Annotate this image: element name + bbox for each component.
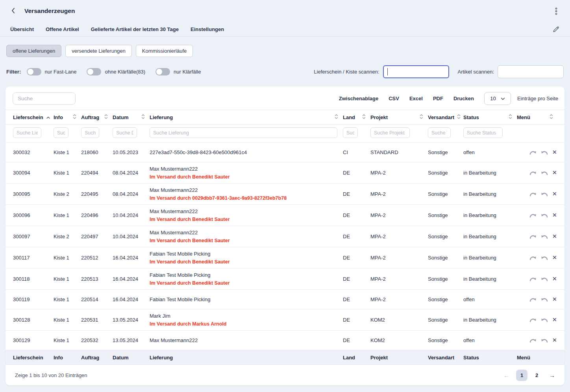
segment-versendete-lieferungen[interactable]: versendete Lieferungen — [65, 45, 132, 57]
redo-icon[interactable] — [529, 150, 537, 155]
column-header-projekt[interactable]: Projekt — [370, 114, 428, 120]
filter-input-lieferung[interactable] — [150, 127, 337, 138]
filter-cell-auftrag — [81, 127, 113, 138]
arrow-left-icon[interactable]: ← — [503, 372, 509, 379]
redo-icon[interactable] — [529, 191, 537, 197]
undo-icon[interactable] — [541, 338, 548, 343]
sort-asc-icon — [46, 114, 50, 120]
kebab-menu-icon[interactable] — [553, 6, 560, 17]
undo-icon[interactable] — [541, 255, 548, 260]
close-icon[interactable]: ✕ — [552, 212, 557, 218]
nav-tab-übersicht[interactable]: Übersicht — [10, 26, 34, 32]
lieferung-cell: Max Mustermann222Im Versand durch Benedi… — [150, 166, 343, 180]
export-button-excel[interactable]: Excel — [409, 96, 423, 101]
undo-icon[interactable] — [541, 213, 548, 218]
auftrag-cell: 220494 — [81, 170, 113, 176]
close-icon[interactable]: ✕ — [552, 149, 557, 155]
table-row: 300129Kiste 122053213.05.2024Max Musterm… — [6, 331, 564, 350]
undo-icon[interactable] — [541, 234, 548, 239]
redo-icon[interactable] — [529, 234, 537, 239]
column-header-versandart[interactable]: Versandart — [428, 114, 463, 120]
redo-icon[interactable] — [529, 170, 537, 175]
page-button-2[interactable]: 2 — [531, 370, 542, 381]
table-row: 300097Kiste 222049710.04.2024Max Musterm… — [6, 226, 564, 247]
column-header-auftrag[interactable]: Auftrag — [81, 114, 113, 120]
column-header-status[interactable]: Status — [463, 114, 517, 120]
filter-input-versandart[interactable] — [428, 127, 451, 138]
search-input[interactable] — [13, 92, 76, 105]
redo-icon[interactable] — [529, 297, 537, 302]
filter-input-auftrag[interactable] — [81, 127, 99, 138]
column-header-menü[interactable]: Menü — [517, 114, 558, 120]
redo-icon[interactable] — [529, 213, 537, 218]
export-button-zwischenablage[interactable]: Zwischenablage — [339, 96, 378, 101]
info-cell: Kiste 1 — [54, 317, 81, 323]
close-icon[interactable]: ✕ — [552, 234, 557, 239]
segment-offene-lieferungen[interactable]: offene Lieferungen — [6, 45, 61, 57]
redo-icon[interactable] — [529, 276, 537, 282]
undo-icon[interactable] — [541, 191, 548, 197]
projekt-cell: KOM2 — [370, 337, 428, 343]
column-header-lieferung[interactable]: Lieferung — [150, 114, 343, 120]
topbar: Versanderzeugen — [0, 0, 570, 22]
column-header-info[interactable]: Info — [54, 114, 81, 120]
export-button-pdf[interactable]: PDF — [433, 96, 443, 101]
nav-tab-gelieferte-artikel-der-letzten-30-tage[interactable]: Gelieferte Artikel der letzten 30 Tage — [91, 26, 179, 32]
scan-article-input[interactable] — [498, 65, 564, 78]
lieferung-name: Mark Jim — [150, 313, 343, 319]
lieferung-cell: Fabian Test Mobile Picking — [150, 296, 343, 303]
close-icon[interactable]: ✕ — [552, 191, 557, 197]
status-cell: in Bearbeitung — [463, 317, 517, 323]
undo-icon[interactable] — [541, 150, 548, 155]
redo-icon[interactable] — [529, 255, 537, 260]
filter-input-lieferschein[interactable] — [13, 127, 41, 138]
redo-icon[interactable] — [529, 338, 537, 343]
toggle-switch-ohne-klärfälle-83[interactable] — [87, 68, 101, 75]
undo-icon[interactable] — [541, 276, 548, 282]
datum-cell: 08.04.2024 — [113, 170, 150, 176]
toggle-knob — [87, 69, 93, 75]
export-button-csv[interactable]: CSV — [389, 96, 399, 101]
pencil-edit-icon[interactable] — [552, 26, 560, 33]
undo-icon[interactable] — [541, 297, 548, 302]
status-cell: in Bearbeitung — [463, 276, 517, 282]
nav-tab-offene-artikel[interactable]: Offene Artikel — [46, 26, 79, 32]
close-icon[interactable]: ✕ — [552, 317, 557, 323]
segment-kommissionierläufe[interactable]: Kommissionierläufe — [136, 45, 193, 57]
back-button[interactable] — [11, 7, 15, 15]
toggle-group-nur-klärfälle: nur Klärfälle — [155, 68, 201, 75]
toggle-group-ohne-klärfälle-83: ohne Klärfälle(83) — [87, 68, 145, 75]
toggle-group-nur-fast-lane: nur Fast-Lane — [27, 68, 77, 75]
arrow-right-icon[interactable]: → — [549, 372, 555, 379]
filter-input-status[interactable] — [463, 127, 503, 138]
toggle-switch-nur-fast-lane[interactable] — [27, 68, 41, 75]
close-icon[interactable]: ✕ — [552, 255, 557, 261]
undo-icon[interactable] — [541, 317, 548, 322]
filter-input-info[interactable] — [54, 127, 68, 138]
sort-both-icon — [550, 114, 553, 120]
close-icon[interactable]: ✕ — [552, 337, 557, 343]
undo-icon[interactable] — [541, 170, 548, 175]
close-icon[interactable]: ✕ — [552, 276, 557, 282]
page-size-label: Einträge pro Seite — [517, 96, 558, 101]
column-header-land[interactable]: Land — [343, 114, 370, 120]
column-header-datum[interactable]: Datum — [113, 114, 150, 120]
filter-input-land[interactable] — [343, 127, 358, 138]
export-button-drucken[interactable]: Drucken — [453, 96, 474, 101]
close-icon[interactable]: ✕ — [552, 296, 557, 302]
lieferschein-cell: 300032 — [13, 149, 54, 155]
land-cell: DE — [343, 234, 370, 239]
filter-input-datum[interactable] — [113, 127, 137, 138]
page-button-1[interactable]: 1 — [516, 370, 527, 381]
page-size-select[interactable]: 10 — [484, 92, 511, 105]
filter-input-projekt[interactable] — [370, 127, 410, 138]
lieferung-name: Max Mustermann222 — [150, 187, 343, 193]
nav-tab-einstellungen[interactable]: Einstellungen — [191, 26, 224, 32]
datum-cell: 10.05.2023 — [113, 149, 150, 155]
toggle-switch-nur-klärfälle[interactable] — [155, 68, 170, 75]
column-header-lieferschein[interactable]: Lieferschein — [13, 114, 54, 120]
close-icon[interactable]: ✕ — [552, 170, 557, 176]
status-cell: offen — [463, 337, 517, 343]
scan-delivery-input[interactable] — [383, 65, 449, 78]
redo-icon[interactable] — [529, 317, 537, 322]
